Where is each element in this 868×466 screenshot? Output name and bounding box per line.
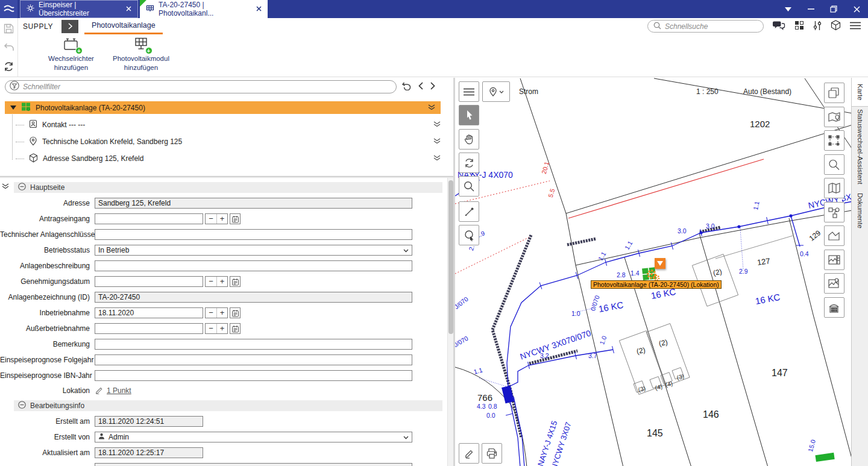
field-row-inbetriebnahme: Inbetriebnahme−+	[0, 307, 453, 318]
plus-button[interactable]: +	[216, 308, 227, 318]
calendar-button[interactable]	[230, 213, 241, 224]
field-einspeiseprognose-ibn-jahr[interactable]	[95, 370, 412, 381]
side-tab-statuswechsel-assistent[interactable]: Statuswechsel-Assistent	[852, 107, 868, 186]
field-bemerkung[interactable]	[95, 339, 412, 350]
map-location-icon	[828, 111, 841, 123]
minus-button[interactable]: −	[206, 308, 216, 318]
close-tab-icon[interactable]	[126, 5, 131, 13]
history-back-icon[interactable]	[418, 82, 423, 92]
tree-item-technische[interactable]: Technische Lokation Krefeld, Sandberg 12…	[16, 136, 441, 148]
chat-icon[interactable]	[773, 20, 785, 33]
collapse-section-icon[interactable]	[18, 183, 26, 192]
reset-filter-icon[interactable]	[402, 81, 411, 92]
double-chevron-icon[interactable]	[428, 104, 435, 112]
field-anlagenbeschreibung[interactable]	[95, 260, 412, 271]
tree-item-adresse[interactable]: Adresse Sandberg 125, Krefeld	[16, 153, 441, 165]
tree-item-kontakt[interactable]: Kontakt --- ---	[16, 119, 441, 131]
apps-grid-icon[interactable]	[794, 20, 804, 32]
image-pin-button[interactable]	[824, 273, 844, 294]
select-tool-button[interactable]	[459, 105, 479, 125]
field-erstellt-von[interactable]: Admin	[95, 432, 412, 442]
double-chevron-icon[interactable]	[433, 137, 441, 146]
selection-label[interactable]: Photovoltaikanlage (TA-20-27450) (Lokati…	[591, 280, 722, 289]
map-panel[interactable]: NAYY-J 4X07020.15.51.11.12.81.43.03.02.9…	[455, 78, 868, 466]
close-tab-icon[interactable]	[256, 5, 262, 13]
area-chart-button[interactable]	[824, 225, 844, 246]
pan-tool-button[interactable]	[459, 129, 479, 150]
print-button[interactable]	[482, 443, 502, 464]
scrollbar-thumb[interactable]	[448, 180, 453, 334]
edit-map-button[interactable]	[459, 443, 479, 464]
tab-photovoltaikanlage[interactable]: Photovoltaikanlage	[84, 18, 163, 34]
menu-expand-button[interactable]	[61, 20, 78, 33]
double-chevron-icon[interactable]	[433, 121, 441, 129]
map-menu-button[interactable]	[459, 81, 479, 102]
minus-button[interactable]: −	[206, 277, 216, 286]
expand-triangle-icon[interactable]	[10, 105, 16, 110]
rotate-tool-button[interactable]	[459, 153, 479, 173]
refresh-icon[interactable]	[3, 61, 14, 74]
calendar-button[interactable]	[230, 307, 241, 318]
image-film-button[interactable]	[824, 250, 844, 270]
calendar-button[interactable]	[230, 276, 241, 287]
field-technischer-anlagenschl-ssel[interactable]	[95, 229, 412, 240]
add-pv-module-button[interactable]: + Photovoltaikmodul hinzufügen	[107, 34, 175, 72]
cube-3d-icon[interactable]	[831, 20, 841, 33]
quick-filter[interactable]	[5, 80, 397, 93]
field-antragseingang[interactable]	[95, 213, 203, 224]
field-row-einspeiseprognose-folgejahr: Einspeiseprognose Folgejahr	[0, 354, 453, 365]
app-menu[interactable]: SUPPLY	[23, 22, 53, 31]
minimize-button[interactable]	[799, 0, 822, 18]
search-input[interactable]	[665, 22, 758, 31]
side-tab-dokumente[interactable]: Dokumente	[852, 186, 868, 235]
minus-button[interactable]: −	[206, 214, 216, 224]
minus-button[interactable]: −	[206, 324, 216, 333]
polygon-select-button[interactable]	[824, 130, 844, 151]
field-au-erbetriebnahme[interactable]	[95, 323, 203, 334]
zoom-select-tool-button[interactable]	[459, 225, 479, 245]
field-genehmigungsdatum[interactable]	[95, 276, 203, 287]
add-inverter-button[interactable]: + Wechselrichter hinzufügen	[37, 34, 105, 72]
field-einspeiseprognose-folgejahr[interactable]	[95, 354, 412, 365]
double-chevron-icon[interactable]	[433, 154, 441, 163]
window-tab-pv[interactable]: TA-20-27450 | Photovoltaikanl...	[140, 0, 268, 18]
window-tab-einspeiser[interactable]: Einspeiser | Übersichtsreiter	[20, 0, 138, 18]
quick-search[interactable]	[647, 20, 764, 33]
section-header-bearbeitungsinfo[interactable]: Bearbeitungsinfo	[14, 400, 442, 411]
dropdown-caret-icon[interactable]	[776, 0, 799, 18]
side-tab-karte[interactable]: Karte	[852, 78, 868, 107]
save-icon[interactable]	[4, 24, 14, 36]
field-betriebsstatus[interactable]: In Betrieb	[95, 245, 412, 256]
copy-view-button[interactable]	[824, 83, 844, 103]
map-mode[interactable]: Auto (Bestand)	[743, 87, 791, 96]
plus-button[interactable]: +	[216, 324, 227, 333]
form-scrollbar[interactable]	[447, 178, 453, 466]
measure-tool-button[interactable]	[459, 201, 479, 222]
calendar-button[interactable]	[230, 323, 241, 334]
folded-map-button[interactable]	[824, 178, 844, 198]
undo-icon[interactable]	[4, 43, 14, 54]
quick-filter-input[interactable]	[23, 83, 392, 91]
close-button[interactable]	[845, 0, 868, 18]
position-dropdown-button[interactable]	[482, 81, 510, 102]
collapse-section-icon[interactable]	[18, 401, 26, 411]
zoom-button[interactable]	[824, 154, 844, 175]
schematic-button[interactable]	[824, 202, 844, 222]
tree-root-photovoltaikanlage[interactable]: Photovoltaikanlage (TA-20-27450)	[5, 101, 441, 114]
field-inbetriebnahme[interactable]	[95, 307, 203, 318]
edit-geometry-icon[interactable]	[95, 386, 103, 396]
map-scale[interactable]: 1 : 250	[696, 87, 719, 96]
building-button[interactable]	[824, 297, 844, 318]
plus-button[interactable]: +	[216, 277, 227, 286]
filter-sliders-icon[interactable]	[813, 20, 822, 33]
history-forward-icon[interactable]	[430, 82, 435, 92]
section-header-hauptseite[interactable]: Hauptseite	[14, 182, 442, 193]
geometry-link[interactable]: 1 Punkt	[107, 386, 131, 395]
selected-location-marker[interactable]	[655, 258, 665, 269]
hamburger-menu-icon[interactable]	[850, 22, 861, 31]
map-location-button[interactable]	[824, 107, 844, 127]
zoom-tool-button[interactable]	[459, 176, 479, 197]
plus-button[interactable]: +	[216, 214, 227, 224]
restore-button[interactable]	[822, 0, 845, 18]
map-label-766: 766	[477, 393, 492, 402]
